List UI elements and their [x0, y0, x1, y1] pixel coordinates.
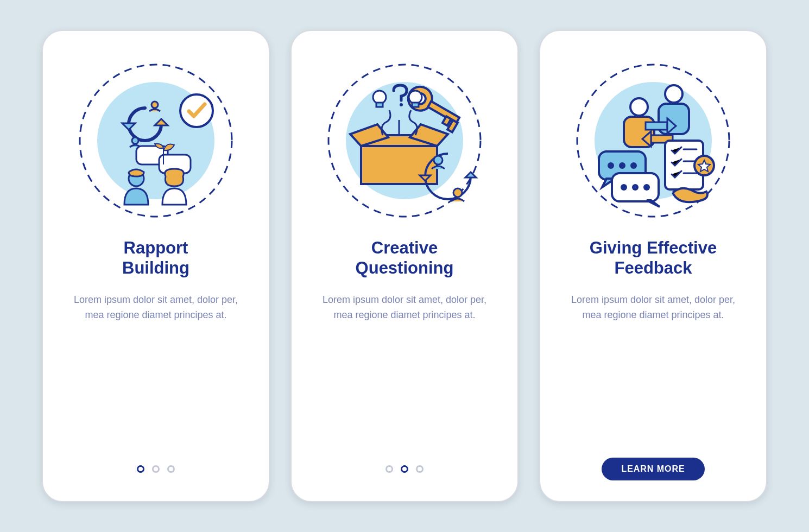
svg-rect-22 — [376, 103, 383, 107]
screen-body: Lorem ipsum dolor sit amet, dolor per, m… — [566, 293, 740, 323]
page-dot-2[interactable] — [401, 465, 408, 473]
page-dot-1[interactable] — [385, 465, 393, 473]
screen-footer — [312, 455, 497, 483]
svg-point-33 — [630, 98, 648, 116]
learn-more-button[interactable]: LEARN MORE — [602, 458, 704, 480]
onboarding-row: Rapport Building Lorem ipsum dolor sit a… — [42, 30, 767, 502]
svg-rect-23 — [412, 103, 419, 107]
svg-marker-25 — [465, 172, 476, 178]
page-indicator-2 — [385, 465, 424, 473]
svg-point-4 — [151, 102, 158, 108]
svg-point-31 — [665, 85, 682, 103]
svg-point-45 — [621, 184, 627, 191]
svg-point-28 — [453, 188, 462, 197]
page-indicator-1 — [137, 465, 175, 473]
page-dot-1[interactable] — [137, 465, 144, 473]
onboarding-screen-3: Giving Effective Feedback Lorem ipsum do… — [539, 30, 767, 502]
svg-rect-35 — [646, 122, 667, 130]
svg-point-47 — [643, 184, 650, 191]
page-dot-3[interactable] — [416, 465, 424, 473]
page-dot-2[interactable] — [152, 465, 160, 473]
svg-point-42 — [630, 162, 637, 169]
screen-body: Lorem ipsum dolor sit amet, dolor per, m… — [69, 293, 243, 323]
page-dot-3[interactable] — [167, 465, 175, 473]
screen-title: Giving Effective Feedback — [590, 237, 717, 280]
svg-point-24 — [400, 103, 403, 106]
svg-point-5 — [132, 137, 138, 144]
svg-point-27 — [434, 156, 443, 164]
onboarding-screen-1: Rapport Building Lorem ipsum dolor sit a… — [42, 30, 270, 502]
creative-questioning-icon — [323, 59, 486, 222]
svg-marker-48 — [647, 200, 660, 207]
svg-point-46 — [632, 184, 639, 191]
giving-effective-feedback-icon — [572, 59, 735, 222]
onboarding-screen-2: Creative Questioning Lorem ipsum dolor s… — [290, 30, 519, 502]
screen-footer — [64, 455, 248, 483]
screen-body: Lorem ipsum dolor sit amet, dolor per, m… — [318, 293, 491, 323]
screen-title: Rapport Building — [122, 237, 189, 280]
screen-footer: LEARN MORE — [561, 455, 745, 483]
rapport-building-icon — [74, 59, 237, 222]
svg-point-41 — [619, 162, 625, 169]
screen-title: Creative Questioning — [356, 237, 454, 280]
svg-point-40 — [608, 162, 614, 169]
